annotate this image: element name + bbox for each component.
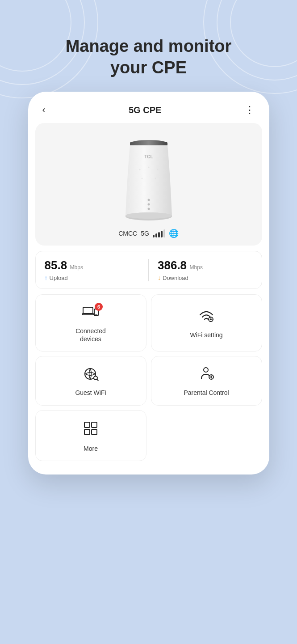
headline-line2: your CPE <box>110 58 187 77</box>
svg-line-25 <box>97 379 98 381</box>
connected-devices-icon: 6 <box>82 305 99 322</box>
signal-bar-5 <box>163 229 165 237</box>
upload-value-row: 85.8 Mbps <box>45 258 140 272</box>
speed-stats-card: 85.8 Mbps ↑ Upload 386.8 Mbps ↓ Download <box>35 251 262 289</box>
globe-icon: 🌐 <box>169 229 179 238</box>
download-unit: Mbps <box>190 264 203 271</box>
more-label: More <box>84 445 98 453</box>
svg-rect-29 <box>211 375 212 376</box>
phone-card: ‹ 5G CPE ⋮ <box>28 92 269 475</box>
connected-devices-label: Connecteddevices <box>75 327 106 343</box>
svg-rect-31 <box>209 377 210 377</box>
svg-rect-35 <box>84 429 90 435</box>
more-row: More <box>35 410 262 461</box>
signal-bar-3 <box>158 232 160 237</box>
signal-info-row: CMCC 5G 🌐 <box>118 229 179 238</box>
signal-bar-2 <box>155 233 157 237</box>
upload-arrow-icon: ↑ <box>45 274 48 281</box>
svg-point-5 <box>141 178 142 179</box>
back-button[interactable]: ‹ <box>39 102 49 118</box>
wifi-setting-icon <box>198 309 215 326</box>
upload-value: 85.8 <box>45 258 67 272</box>
carrier-label: CMCC <box>118 230 137 237</box>
network-type-label: 5G <box>141 230 149 237</box>
svg-rect-22 <box>213 319 213 320</box>
parental-control-label: Parental Control <box>184 389 229 397</box>
svg-rect-34 <box>92 422 97 428</box>
svg-rect-13 <box>83 307 93 314</box>
svg-point-18 <box>210 318 212 320</box>
signal-bar-1 <box>153 235 155 237</box>
wifi-setting-label: WiFi setting <box>190 331 222 339</box>
download-value: 386.8 <box>158 258 187 272</box>
svg-point-10 <box>147 208 150 210</box>
svg-point-3 <box>148 167 149 168</box>
download-value-row: 386.8 Mbps <box>158 258 253 272</box>
svg-point-6 <box>155 178 156 179</box>
wifi-setting-button[interactable]: WiFi setting <box>151 294 262 352</box>
router-image: TCL <box>113 134 184 223</box>
svg-text:TCL: TCL <box>144 154 153 159</box>
svg-point-9 <box>147 203 150 206</box>
upload-label-row: ↑ Upload <box>45 274 140 281</box>
signal-bar-4 <box>161 231 163 237</box>
svg-point-12 <box>125 212 172 219</box>
download-label-row: ↓ Download <box>158 274 253 281</box>
guest-wifi-label: Guest WiFi <box>75 389 106 397</box>
svg-point-2 <box>139 169 140 170</box>
svg-rect-33 <box>84 422 90 428</box>
svg-point-28 <box>210 376 212 378</box>
guest-wifi-icon <box>82 366 99 384</box>
headline: Manage and monitor your CPE <box>0 0 297 92</box>
feature-grid: 6 Connecteddevices <box>35 294 262 406</box>
more-menu-button[interactable]: ⋮ <box>241 102 259 118</box>
download-label: Download <box>163 275 188 281</box>
svg-rect-14 <box>82 314 94 315</box>
parental-control-icon <box>198 366 215 384</box>
connected-devices-button[interactable]: 6 Connecteddevices <box>35 294 146 352</box>
connected-devices-badge: 6 <box>95 303 103 311</box>
svg-rect-30 <box>211 379 212 380</box>
router-display-area: TCL CMCC 5G 🌐 <box>35 123 262 246</box>
svg-point-26 <box>204 368 208 372</box>
phone-header: ‹ 5G CPE ⋮ <box>28 92 269 123</box>
svg-rect-19 <box>210 317 211 318</box>
more-button[interactable]: More <box>35 410 146 461</box>
upload-unit: Mbps <box>70 264 83 271</box>
page-title: 5G CPE <box>129 105 161 115</box>
svg-rect-21 <box>209 319 209 320</box>
svg-rect-36 <box>92 429 97 435</box>
svg-rect-32 <box>213 377 214 377</box>
headline-line1: Manage and monitor <box>66 37 232 55</box>
download-arrow-icon: ↓ <box>158 274 161 281</box>
upload-label: Upload <box>50 275 68 281</box>
svg-rect-20 <box>210 321 211 322</box>
download-stats: 386.8 Mbps ↓ Download <box>149 251 262 288</box>
svg-point-8 <box>147 199 150 201</box>
signal-bars <box>153 229 165 237</box>
parental-control-button[interactable]: Parental Control <box>151 356 262 405</box>
more-icon <box>83 420 99 440</box>
upload-stats: 85.8 Mbps ↑ Upload <box>36 251 149 288</box>
svg-point-4 <box>157 169 158 170</box>
guest-wifi-button[interactable]: Guest WiFi <box>35 356 146 405</box>
